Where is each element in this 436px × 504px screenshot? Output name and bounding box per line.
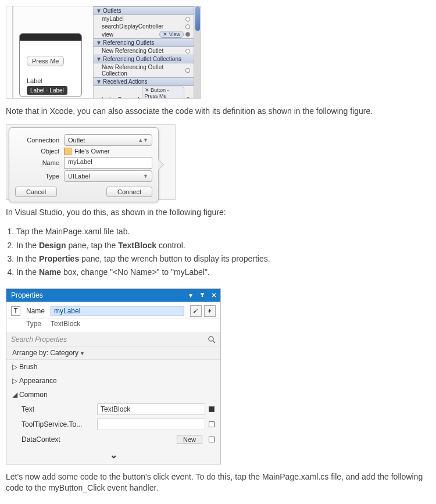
new-ref-collection-row[interactable]: New Referencing Outlet Collection [94,63,194,77]
arrange-by-dropdown[interactable]: Arrange by: Category▼ [6,346,220,360]
view-target-pill: ✕ View [159,31,184,38]
phone-statusbar [20,34,81,41]
xcode-connections-figure: Press Me Label Label - Label ▼Outlets my… [6,6,201,99]
connect-button[interactable]: Connect [106,187,152,197]
object-label: Object [15,148,59,155]
connection-circle-icon[interactable] [185,68,190,73]
connection-circle-filled-icon[interactable] [186,97,190,99]
outlet-row-view[interactable]: view ✕ View [94,30,194,38]
wrench-button[interactable] [190,305,202,317]
connection-circle-icon[interactable] [185,24,190,29]
type-label: Type [26,320,51,328]
outlet-row-mylabel[interactable]: myLabel [94,15,194,23]
xcode-outlet-popover-figure: Connection Outlet▲▼ Object File's Owner … [6,124,176,200]
files-owner-icon [64,148,72,155]
dropdown-arrows-icon: ▲▼ [138,137,148,143]
type-label: Type [15,173,59,180]
autohide-dropdown-icon[interactable]: ▾ [187,291,195,299]
connection-circle-icon[interactable] [185,49,190,53]
section-ref-collections[interactable]: ▼Referencing Outlet Collections [94,55,194,63]
pin-icon[interactable] [198,291,206,299]
new-button[interactable]: New [177,435,202,444]
dropdown-arrow-icon: ▼ [80,351,85,356]
connections-inspector: ▼Outlets myLabel searchDisplayController… [94,6,201,98]
connection-label: Connection [15,137,59,144]
name-label: Name [15,159,59,166]
press-me-button[interactable]: Press Me [27,56,64,66]
search-properties-box[interactable]: Search Properties [6,333,220,346]
action-row-buttonpressed[interactable]: buttonPressed ✕ Button - Press Me Touch … [94,86,194,99]
disclosure-triangle-icon: ▼ [96,78,102,85]
new-ref-outlet-row[interactable]: New Referencing Outlet [94,47,194,55]
prop-name: DataContext [22,435,97,444]
connection-circle-filled-icon[interactable] [185,32,190,37]
phone-frame: Press Me Label Label - Label [19,33,82,97]
type-row: Type TextBlock [6,319,220,333]
section-outlets[interactable]: ▼Outlets [94,6,194,15]
section-received-actions[interactable]: ▼Received Actions [94,77,194,86]
prop-text-input[interactable]: TextBlock [97,403,205,415]
textblock-type-icon: T [11,306,20,316]
phone-canvas: Press Me Label Label - Label [6,6,94,98]
step-3: In the Properties pane, tap the wrench b… [16,252,430,265]
expand-more-chevron[interactable]: ⌄ [6,447,220,464]
svg-line-1 [213,341,215,343]
label-tooltip: Label - Label [27,86,67,95]
connection-select[interactable]: Outlet▲▼ [64,134,152,146]
category-brush[interactable]: ▷Brush [6,360,220,374]
section-ref-outlets[interactable]: ▼Referencing Outlets [94,38,194,47]
type-value: TextBlock [51,320,80,328]
vs-properties-pane: Properties ▾ ✕ T Name myLabel Type TextB… [6,288,221,464]
disclosure-triangle-icon: ▼ [96,8,102,14]
cancel-button[interactable]: Cancel [15,187,57,197]
property-marker-icon[interactable] [209,406,215,412]
property-text: Text TextBlock [6,402,220,417]
svg-point-0 [209,337,213,341]
disclosure-triangle-icon: ▼ [96,56,102,62]
outlet-popover: Connection Outlet▲▼ Object File's Owner … [9,127,159,202]
prop-name: ToolTipService.To... [22,420,97,428]
step-4: In the Name box, change "<No Name>" to "… [16,266,430,278]
property-marker-icon[interactable] [209,421,215,427]
prop-tooltip-input[interactable] [97,419,205,430]
caption-2: In Visual Studio, you do this, as shown … [6,207,430,219]
expand-arrow-icon: ▷ [12,363,19,371]
properties-titlebar[interactable]: Properties ▾ ✕ [6,289,220,302]
property-marker-icon[interactable] [209,437,215,442]
prop-name: Text [22,405,97,413]
search-icon [208,335,216,344]
dropdown-arrow-icon: ▼ [143,173,148,179]
properties-title: Properties [11,291,43,299]
category-common[interactable]: ◢Common [6,388,220,402]
category-appearance[interactable]: ▷Appearance [6,374,220,388]
property-datacontext: DataContext New [6,432,220,447]
chevron-down-icon: ⌄ [110,450,117,460]
scrollbar[interactable] [194,6,201,98]
disclosure-triangle-icon: ▼ [96,40,102,46]
name-label: Name [26,307,51,315]
steps-list: Tap the MainPage.xaml file tab. In the D… [16,225,430,279]
property-tooltip: ToolTipService.To... [6,417,220,432]
search-placeholder: Search Properties [11,335,67,344]
label-control[interactable]: Label Label - Label [27,76,67,95]
name-input[interactable]: myLabel [51,306,184,316]
caption-1: Note that in Xcode, you can also associa… [6,106,430,117]
caption-3: Let's now add some code to the button's … [6,471,430,494]
close-icon[interactable]: ✕ [210,291,218,299]
step-2: In the Design pane, tap the TextBlock co… [16,239,430,252]
collapse-arrow-icon: ◢ [12,391,19,399]
outlet-row-searchdisplay[interactable]: searchDisplayController [94,23,194,30]
label-text: Label [27,77,42,84]
expand-arrow-icon: ▷ [12,377,19,385]
action-tag: ✕ Button - Press Me [142,87,185,99]
object-value: File's Owner [74,148,110,155]
step-1: Tap the MainPage.xaml file tab. [16,225,430,238]
properties-header: T Name myLabel [6,302,220,319]
connection-circle-icon[interactable] [185,17,190,22]
name-input[interactable]: myLabel [64,157,152,169]
events-button[interactable] [204,305,216,317]
type-select[interactable]: UILabel▼ [64,170,152,182]
